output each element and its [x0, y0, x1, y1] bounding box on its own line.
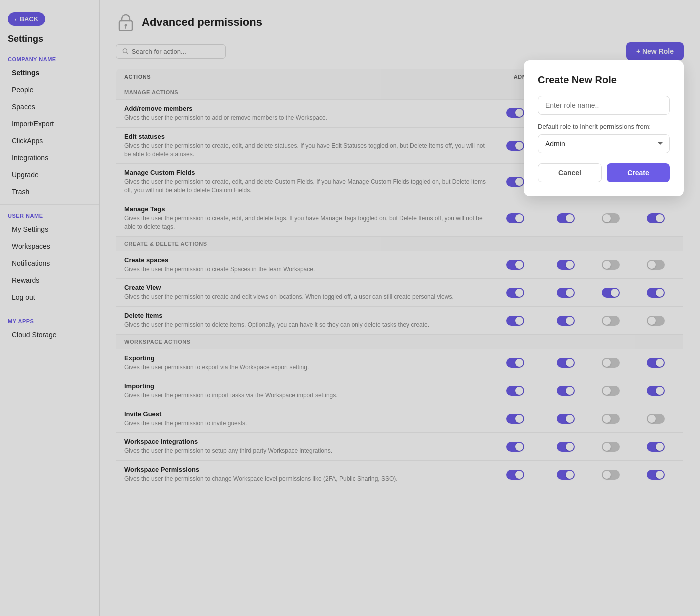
cancel-button[interactable]: Cancel	[538, 163, 602, 182]
modal-overlay[interactable]: Create New Role Default role to inherit …	[0, 0, 700, 616]
role-name-input[interactable]	[538, 96, 670, 115]
inherit-select[interactable]: Admin Member Guest	[538, 134, 670, 153]
inherit-label: Default role to inherit permissions from…	[538, 123, 670, 130]
modal-actions: Cancel Create	[538, 163, 670, 182]
create-role-modal: Create New Role Default role to inherit …	[524, 60, 684, 196]
create-button[interactable]: Create	[607, 163, 670, 182]
modal-title: Create New Role	[538, 74, 670, 86]
